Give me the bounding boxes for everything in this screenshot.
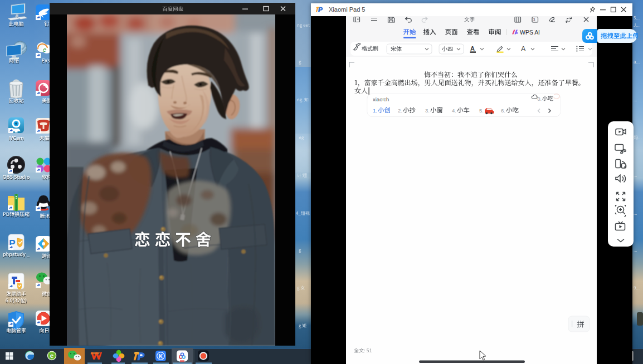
svg-text:Xiaomi Pad 5: Xiaomi Pad 5	[329, 6, 365, 13]
svg-text:1.: 1.	[373, 107, 377, 114]
svg-text:e: e	[50, 352, 53, 359]
svg-text:2.: 2.	[398, 107, 402, 114]
svg-text:5.: 5.	[479, 107, 484, 114]
svg-text:K: K	[159, 353, 163, 360]
svg-text:3.: 3.	[425, 107, 430, 114]
svg-text:A: A	[521, 45, 526, 53]
svg-text:0.: 0.	[538, 96, 542, 102]
svg-text:xiao'ch: xiao'ch	[373, 96, 389, 102]
svg-text:4.: 4.	[452, 107, 456, 114]
svg-text:6.: 6.	[501, 107, 505, 114]
svg-text:3: 3	[533, 18, 535, 22]
svg-text:WPS Al: WPS Al	[520, 29, 540, 36]
svg-text:A: A	[470, 45, 475, 52]
